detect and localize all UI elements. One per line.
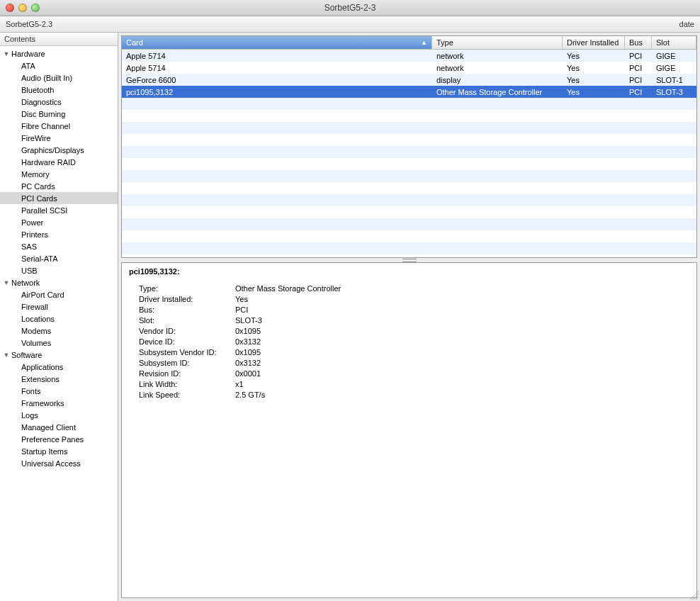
sidebar-item-fonts[interactable]: Fonts <box>0 385 118 397</box>
cell-type <box>432 134 563 146</box>
detail-row: Driver Installed:Yes <box>129 293 689 304</box>
column-header-type[interactable]: Type <box>432 36 563 49</box>
cell-drv: Yes <box>563 62 625 74</box>
cell-drv <box>563 98 625 110</box>
resize-grip-icon[interactable] <box>689 590 699 600</box>
sidebar-item-airport-card[interactable]: AirPort Card <box>0 288 118 300</box>
cell-bus <box>625 182 652 194</box>
cell-card: Apple 5714 <box>122 50 432 62</box>
sidebar-item-firewall[interactable]: Firewall <box>0 300 118 313</box>
cell-drv: Yes <box>563 86 625 98</box>
sidebar-item-locations[interactable]: Locations <box>0 313 118 325</box>
sidebar-item-universal-access[interactable]: Universal Access <box>0 457 118 469</box>
sidebar-item-disc-burning[interactable]: Disc Burning <box>0 108 118 120</box>
detail-pane[interactable]: pci1095,3132: Type:Other Mass Storage Co… <box>121 262 697 598</box>
cell-type <box>432 206 563 218</box>
cell-drv <box>563 230 625 242</box>
sidebar-item-diagnostics[interactable]: Diagnostics <box>0 96 118 108</box>
detail-row: Bus:PCI <box>129 304 689 315</box>
detail-value: x1 <box>235 380 244 388</box>
sidebar-item-usb[interactable]: USB <box>0 264 118 276</box>
cell-drv <box>563 146 625 158</box>
table-header[interactable]: Card▲TypeDriver InstalledBusSlot <box>122 36 696 50</box>
sidebar-item-hardware-raid[interactable]: Hardware RAID <box>0 156 118 168</box>
cell-card <box>122 146 432 158</box>
profile-name: SorbetG5-2.3 <box>6 20 52 28</box>
close-icon[interactable] <box>6 4 14 12</box>
cell-card <box>122 158 432 170</box>
sidebar-item-printers[interactable]: Printers <box>0 228 118 240</box>
table-row[interactable]: pci1095,3132Other Mass Storage Controlle… <box>122 86 696 98</box>
cell-slot: SLOT-1 <box>652 74 696 86</box>
table-row-empty <box>122 218 696 230</box>
sidebar-item-extensions[interactable]: Extensions <box>0 373 118 385</box>
sidebar-item-firewire[interactable]: FireWire <box>0 132 118 144</box>
window-body: Contents ▼HardwareATAAudio (Built In)Blu… <box>0 33 700 601</box>
detail-list: Type:Other Mass Storage ControllerDriver… <box>129 283 689 400</box>
cell-slot <box>652 206 696 218</box>
sidebar-item-sas[interactable]: SAS <box>0 240 118 252</box>
sidebar-item-startup-items[interactable]: Startup Items <box>0 445 118 457</box>
cell-bus: PCI <box>625 86 652 98</box>
table-row-empty <box>122 242 696 254</box>
window-title: SorbetG5-2-3 <box>0 3 700 13</box>
cell-drv <box>563 194 625 206</box>
detail-row: Slot:SLOT-3 <box>129 315 689 325</box>
sidebar-item-graphics-displays[interactable]: Graphics/Displays <box>0 144 118 156</box>
sidebar-item-ata[interactable]: ATA <box>0 60 118 72</box>
titlebar[interactable]: SorbetG5-2-3 <box>0 0 700 16</box>
sidebar-item-frameworks[interactable]: Frameworks <box>0 397 118 409</box>
column-header-slot[interactable]: Slot <box>652 36 696 49</box>
sidebar-item-fibre-channel[interactable]: Fibre Channel <box>0 120 118 132</box>
sidebar-item-parallel-scsi[interactable]: Parallel SCSI <box>0 204 118 216</box>
cell-bus <box>625 158 652 170</box>
minimize-icon[interactable] <box>18 4 27 12</box>
cell-slot <box>652 122 696 134</box>
sidebar-item-managed-client[interactable]: Managed Client <box>0 421 118 433</box>
cell-slot <box>652 146 696 158</box>
sidebar-group-network[interactable]: ▼Network <box>0 276 118 288</box>
sidebar-item-memory[interactable]: Memory <box>0 168 118 180</box>
column-label: Card <box>126 38 143 47</box>
zoom-icon[interactable] <box>31 4 40 12</box>
cell-bus <box>625 134 652 146</box>
cell-bus: PCI <box>625 62 652 74</box>
cell-bus <box>625 110 652 122</box>
sidebar-item-logs[interactable]: Logs <box>0 409 118 421</box>
column-header-drv[interactable]: Driver Installed <box>563 36 625 49</box>
detail-value: PCI <box>235 305 248 314</box>
detail-value: SLOT-3 <box>235 316 262 325</box>
cell-slot <box>652 170 696 182</box>
sidebar-item-applications[interactable]: Applications <box>0 361 118 373</box>
sidebar-group-software[interactable]: ▼Software <box>0 349 118 361</box>
sidebar-group-hardware[interactable]: ▼Hardware <box>0 47 118 60</box>
detail-value: 0x1095 <box>235 327 261 335</box>
sidebar-item-volumes[interactable]: Volumes <box>0 337 118 349</box>
sidebar-item-preference-panes[interactable]: Preference Panes <box>0 433 118 445</box>
cell-bus <box>625 218 652 230</box>
sidebar-item-pc-cards[interactable]: PC Cards <box>0 180 118 192</box>
splitter-grip-icon <box>402 259 417 262</box>
table-row[interactable]: Apple 5714networkYesPCIGIGE <box>122 50 696 62</box>
column-header-bus[interactable]: Bus <box>625 36 652 49</box>
sidebar-item-power[interactable]: Power <box>0 216 118 228</box>
sidebar-item-modems[interactable]: Modems <box>0 325 118 337</box>
table-row[interactable]: GeForce 6600displayYesPCISLOT-1 <box>122 74 696 86</box>
cell-card <box>122 134 432 146</box>
sidebar-header[interactable]: Contents <box>0 33 118 46</box>
cell-type <box>432 182 563 194</box>
sidebar-item-bluetooth[interactable]: Bluetooth <box>0 84 118 96</box>
column-label: Bus <box>629 38 643 47</box>
column-header-card[interactable]: Card▲ <box>122 36 432 49</box>
table-row-empty <box>122 170 696 182</box>
detail-row: Revision ID:0x0001 <box>129 368 689 378</box>
cell-type <box>432 98 563 110</box>
sidebar-item-audio-built-in-[interactable]: Audio (Built In) <box>0 72 118 84</box>
sidebar-tree[interactable]: ▼HardwareATAAudio (Built In)BluetoothDia… <box>0 46 118 601</box>
table-row[interactable]: Apple 5714networkYesPCIGIGE <box>122 62 696 74</box>
detail-value: Yes <box>235 295 248 303</box>
table-body[interactable]: Apple 5714networkYesPCIGIGEApple 5714net… <box>122 50 696 257</box>
sidebar-item-serial-ata[interactable]: Serial-ATA <box>0 252 118 264</box>
sidebar-item-pci-cards[interactable]: PCI Cards <box>0 192 118 204</box>
system-profiler-window: SorbetG5-2-3 SorbetG5-2.3 date Contents … <box>0 0 700 601</box>
